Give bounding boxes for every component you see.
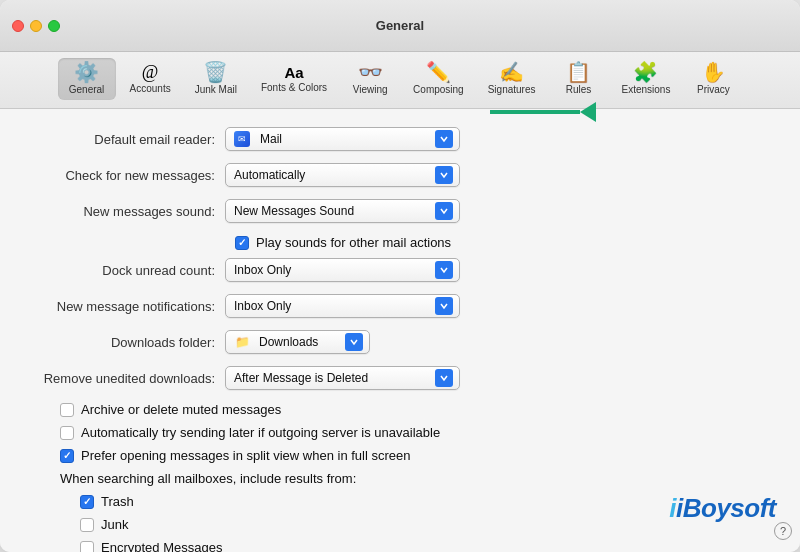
default-email-control: ✉ Mail (225, 127, 460, 151)
downloads-label: Downloads folder: (30, 335, 225, 350)
close-button[interactable] (12, 20, 24, 32)
dock-unread-label: Dock unread count: (30, 263, 225, 278)
rules-icon: 📋 (566, 62, 591, 82)
tab-viewing[interactable]: 👓 Viewing (341, 58, 399, 100)
new-messages-sound-row: New messages sound: New Messages Sound (30, 199, 770, 223)
composing-icon: ✏️ (426, 62, 451, 82)
traffic-lights (12, 20, 60, 32)
toolbar: ⚙️ General @ Accounts 🗑️ Junk Mail Aa Fo… (0, 52, 800, 109)
remove-unedited-arrow (435, 369, 453, 387)
general-icon: ⚙️ (74, 62, 99, 82)
tab-accounts[interactable]: @ Accounts (120, 59, 181, 99)
settings-content: Default email reader: ✉ Mail Check for n… (0, 109, 800, 552)
archive-label: Archive or delete muted messages (81, 402, 281, 417)
check-messages-label: Check for new messages: (30, 168, 225, 183)
junk-row: Junk (30, 517, 770, 532)
new-message-notif-arrow (435, 297, 453, 315)
accounts-icon: @ (142, 63, 159, 81)
trash-row: Trash (30, 494, 770, 509)
trash-checkbox[interactable] (80, 495, 94, 509)
tab-signatures[interactable]: ✍️ Signatures (478, 58, 546, 100)
new-message-notif-value: Inbox Only (234, 299, 429, 313)
downloads-value: Downloads (256, 335, 339, 349)
junk-label: Junk (101, 517, 128, 532)
default-email-value: Mail (256, 132, 429, 146)
downloads-row: Downloads folder: 📁 Downloads (30, 330, 770, 354)
encrypted-row: Encrypted Messages (30, 540, 770, 552)
extensions-icon: 🧩 (633, 62, 658, 82)
maximize-button[interactable] (48, 20, 60, 32)
titlebar: General (0, 0, 800, 52)
play-sounds-label: Play sounds for other mail actions (256, 235, 451, 250)
remove-unedited-row: Remove unedited downloads: After Message… (30, 366, 770, 390)
downloads-control: 📁 Downloads (225, 330, 370, 354)
downloads-folder-icon: 📁 (234, 334, 250, 350)
arrow-head (580, 102, 596, 122)
dock-unread-select[interactable]: Inbox Only (225, 258, 460, 282)
arrow-line (490, 110, 580, 114)
new-messages-sound-arrow (435, 202, 453, 220)
dock-unread-arrow (435, 261, 453, 279)
dock-unread-control: Inbox Only (225, 258, 460, 282)
downloads-arrow (345, 333, 363, 351)
encrypted-checkbox[interactable] (80, 541, 94, 553)
junk-mail-icon: 🗑️ (203, 62, 228, 82)
encrypted-label: Encrypted Messages (101, 540, 222, 552)
prefer-split-label: Prefer opening messages in split view wh… (81, 448, 411, 463)
remove-unedited-select[interactable]: After Message is Deleted (225, 366, 460, 390)
default-email-label: Default email reader: (30, 132, 225, 147)
when-searching-label: When searching all mailboxes, include re… (30, 471, 770, 486)
new-messages-sound-value: New Messages Sound (234, 204, 429, 218)
auto-retry-checkbox[interactable] (60, 426, 74, 440)
downloads-select[interactable]: 📁 Downloads (225, 330, 370, 354)
new-message-notif-select[interactable]: Inbox Only (225, 294, 460, 318)
default-email-row: Default email reader: ✉ Mail (30, 127, 770, 151)
play-sounds-checkbox[interactable] (235, 236, 249, 250)
new-message-notif-row: New message notifications: Inbox Only (30, 294, 770, 318)
viewing-icon: 👓 (358, 62, 383, 82)
tab-composing[interactable]: ✏️ Composing (403, 58, 474, 100)
new-message-notif-label: New message notifications: (30, 299, 225, 314)
dock-unread-row: Dock unread count: Inbox Only (30, 258, 770, 282)
dock-unread-value: Inbox Only (234, 263, 429, 277)
mail-app-icon: ✉ (234, 131, 250, 147)
privacy-icon: ✋ (701, 62, 726, 82)
new-messages-sound-label: New messages sound: (30, 204, 225, 219)
remove-unedited-value: After Message is Deleted (234, 371, 429, 385)
junk-checkbox[interactable] (80, 518, 94, 532)
tab-privacy[interactable]: ✋ Privacy (684, 58, 742, 100)
remove-unedited-control: After Message is Deleted (225, 366, 460, 390)
tab-fonts-colors[interactable]: Aa Fonts & Colors (251, 61, 337, 98)
tab-extensions[interactable]: 🧩 Extensions (612, 58, 681, 100)
check-messages-control: Automatically (225, 163, 460, 187)
tab-rules[interactable]: 📋 Rules (550, 58, 608, 100)
new-messages-sound-select[interactable]: New Messages Sound (225, 199, 460, 223)
archive-checkbox[interactable] (60, 403, 74, 417)
check-messages-arrow (435, 166, 453, 184)
prefer-split-checkbox[interactable] (60, 449, 74, 463)
default-email-select[interactable]: ✉ Mail (225, 127, 460, 151)
arrow-annotation (490, 102, 596, 122)
remove-unedited-label: Remove unedited downloads: (30, 371, 225, 386)
prefer-split-row: Prefer opening messages in split view wh… (30, 448, 770, 463)
watermark: iiBoysoft (669, 493, 776, 524)
check-messages-select[interactable]: Automatically (225, 163, 460, 187)
archive-row: Archive or delete muted messages (30, 402, 770, 417)
auto-retry-row: Automatically try sending later if outgo… (30, 425, 770, 440)
default-email-arrow (435, 130, 453, 148)
check-messages-value: Automatically (234, 168, 429, 182)
help-button[interactable]: ? (774, 522, 792, 540)
play-sounds-row: Play sounds for other mail actions (30, 235, 770, 250)
auto-retry-label: Automatically try sending later if outgo… (81, 425, 440, 440)
tab-junk-mail[interactable]: 🗑️ Junk Mail (185, 58, 247, 100)
signatures-icon: ✍️ (499, 62, 524, 82)
new-messages-sound-control: New Messages Sound (225, 199, 460, 223)
fonts-colors-icon: Aa (284, 65, 303, 80)
trash-label: Trash (101, 494, 134, 509)
window-title: General (376, 18, 424, 33)
check-messages-row: Check for new messages: Automatically (30, 163, 770, 187)
new-message-notif-control: Inbox Only (225, 294, 460, 318)
minimize-button[interactable] (30, 20, 42, 32)
tab-general[interactable]: ⚙️ General (58, 58, 116, 100)
